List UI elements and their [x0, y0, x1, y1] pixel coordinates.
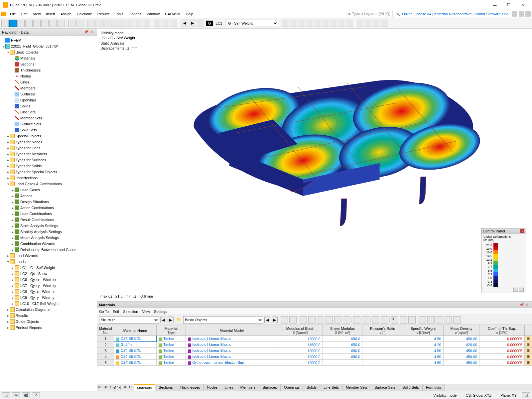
- tool-btn4[interactable]: [25, 20, 33, 27]
- status-eye-icon[interactable]: 👁: [12, 392, 20, 398]
- dp-nav-prev2[interactable]: ◀: [264, 317, 270, 323]
- menu-help[interactable]: Help: [183, 11, 196, 17]
- dp-tool3[interactable]: [300, 316, 307, 324]
- tree-tail-2[interactable]: ▸Guide Objects: [1, 319, 96, 325]
- tree-file[interactable]: ▾22021_FEM_Global_v31.rf6*: [1, 43, 96, 49]
- panel-tab-lines[interactable]: Lines: [221, 384, 237, 391]
- tool-undo[interactable]: [68, 20, 75, 27]
- tree-group-3[interactable]: ▸Types for Members: [1, 151, 96, 157]
- data-panel-close-icon[interactable]: ✕: [525, 303, 530, 307]
- tree-lcac-4[interactable]: ▸Load Combinations: [1, 211, 96, 217]
- data-table-wrap[interactable]: MaterialNo.Material NameMaterialTypeMate…: [97, 325, 532, 384]
- menu-edit[interactable]: Edit: [19, 11, 30, 17]
- panel-tab-solids[interactable]: Solids: [303, 384, 320, 391]
- panel-tab-thicknesses[interactable]: Thicknesses: [176, 384, 203, 391]
- tool-new[interactable]: [1, 20, 9, 27]
- tool-r7[interactable]: [330, 20, 337, 27]
- dp-tool8[interactable]: [343, 316, 350, 324]
- tool-r11[interactable]: [365, 20, 372, 27]
- dp-tool-fx[interactable]: fx: [391, 316, 398, 324]
- tree-lcac-3[interactable]: ▸Action Combinations: [1, 205, 96, 211]
- table-row[interactable]: 4 C24 BBS XL Timber Isotropic | Linear E…: [97, 354, 532, 360]
- panel-tab-member-sets[interactable]: Member Sets: [342, 384, 371, 391]
- status-cube-icon[interactable]: ◫: [522, 392, 530, 398]
- tree-basic-3[interactable]: Nodes: [1, 73, 96, 79]
- tab-prev[interactable]: ◀: [102, 385, 108, 391]
- table-row[interactable]: 3 C24 BBS XL Timber Isotropic | Linear E…: [97, 348, 532, 354]
- control-panel-header[interactable]: Control Panel ×: [481, 228, 526, 234]
- tool-r2[interactable]: [290, 20, 297, 27]
- menu-options[interactable]: Options: [126, 11, 144, 17]
- menu-window[interactable]: Window: [144, 11, 162, 17]
- dp-tool-fx3[interactable]: [408, 316, 416, 324]
- dp-tool1[interactable]: [281, 316, 288, 324]
- tool-view4[interactable]: [111, 20, 118, 27]
- col-header[interactable]: MaterialNo.: [97, 325, 114, 336]
- tool-redo[interactable]: [76, 20, 83, 27]
- panel-tab-members[interactable]: Members: [237, 384, 259, 391]
- dp-tool12[interactable]: [381, 316, 388, 324]
- tool-r4[interactable]: [306, 20, 313, 27]
- tool-r9[interactable]: [346, 20, 353, 27]
- table-row[interactable]: 5 C24 BBS XL Timber Orthotropic | Linear…: [97, 360, 532, 366]
- materials-table[interactable]: MaterialNo.Material NameMaterialTypeMate…: [97, 325, 532, 366]
- tree-group-4[interactable]: ▸Types for Surfaces: [1, 157, 96, 163]
- tree-basic-7[interactable]: Openings: [1, 97, 96, 103]
- doc-close-icon[interactable]: [525, 11, 531, 17]
- navigator-tree[interactable]: RFEM▾22021_FEM_Global_v31.rf6*▾Basic Obj…: [0, 36, 97, 391]
- dp-selection[interactable]: Selection: [123, 310, 138, 314]
- tool-r12[interactable]: [373, 20, 380, 27]
- panel-tab-nodes[interactable]: Nodes: [204, 384, 221, 391]
- minimize-button[interactable]: —: [488, 1, 501, 9]
- panel-tab-openings[interactable]: Openings: [281, 384, 303, 391]
- tree-load-6[interactable]: ▸LC10 - CLT Self Weight: [1, 301, 96, 307]
- tool-btn7[interactable]: [49, 20, 57, 27]
- menu-calculate[interactable]: Calculate: [74, 11, 95, 17]
- data-panel-pin-icon[interactable]: 📌: [519, 303, 524, 307]
- dp-nav-prev[interactable]: ◀: [160, 317, 166, 323]
- tool-lc-next[interactable]: ▶: [189, 20, 196, 27]
- col-header[interactable]: Modulus of Elast.E [N/mm²]: [278, 325, 323, 336]
- tree-basic[interactable]: ▾Basic Objects: [1, 49, 96, 55]
- tree-basic-8[interactable]: Solids: [1, 103, 96, 109]
- tree-lcac[interactable]: ▾Load Cases & Combinations: [1, 181, 96, 187]
- dp-objects-select[interactable]: Basic Objects: [183, 316, 263, 324]
- lc-select[interactable]: G - Self Weight: [225, 20, 278, 27]
- col-header[interactable]: Mass Densityρ [kg/m³]: [444, 325, 479, 336]
- tree-basic-5[interactable]: Members: [1, 85, 96, 91]
- tool-r5[interactable]: [314, 20, 321, 27]
- tree-lcac-7[interactable]: ▸Stability Analysis Settings: [1, 229, 96, 235]
- menu-cadbim[interactable]: CAD-BIM: [162, 11, 183, 17]
- viewport-3d[interactable]: Visibility mode LC1 - G - Self Weight St…: [97, 29, 532, 301]
- col-header[interactable]: Shear ModulusG [N/mm²]: [323, 325, 362, 336]
- panel-tab-surfaces[interactable]: Surfaces: [259, 384, 281, 391]
- tree-loadwiz[interactable]: ▸Load Wizards: [1, 253, 96, 259]
- status-camera-icon[interactable]: 📹: [22, 392, 30, 398]
- tool-grid2[interactable]: [162, 20, 169, 27]
- tool-r1[interactable]: [282, 20, 289, 27]
- legend-btn1[interactable]: [513, 288, 518, 292]
- tool-view1[interactable]: [87, 20, 94, 27]
- tree-basic-1[interactable]: Sections: [1, 61, 96, 67]
- tree-basic-4[interactable]: Lines: [1, 79, 96, 85]
- legend-btn2[interactable]: [519, 288, 524, 292]
- tool-print[interactable]: [41, 20, 49, 27]
- dp-tool15[interactable]: [436, 316, 443, 324]
- status-btn1[interactable]: ⬚: [2, 392, 10, 398]
- tree-group-5[interactable]: ▸Types for Solids: [1, 163, 96, 169]
- table-row[interactable]: 2 GL24h Timber Isotropic | Linear Elasti…: [97, 342, 532, 348]
- dp-edit[interactable]: Edit: [113, 310, 119, 314]
- menu-view[interactable]: View: [30, 11, 44, 17]
- tool-save[interactable]: [17, 20, 25, 27]
- panel-tab-sections[interactable]: Sections: [155, 384, 176, 391]
- col-header[interactable]: Poisson's Ratioν [-]: [362, 325, 403, 336]
- col-header[interactable]: Material Name: [114, 325, 157, 336]
- tree-basic-6[interactable]: Surfaces: [1, 91, 96, 97]
- panel-tab-surface-sets[interactable]: Surface Sets: [371, 384, 399, 391]
- status-btn4[interactable]: ↗: [32, 392, 40, 398]
- tree-root[interactable]: RFEM: [1, 37, 96, 43]
- tree-basic-0[interactable]: Materials: [1, 55, 96, 61]
- col-header[interactable]: Coeff. of Th. Exp.α [1/°C]: [479, 325, 525, 336]
- dp-view[interactable]: View: [142, 310, 150, 314]
- dp-tool11[interactable]: [372, 316, 379, 324]
